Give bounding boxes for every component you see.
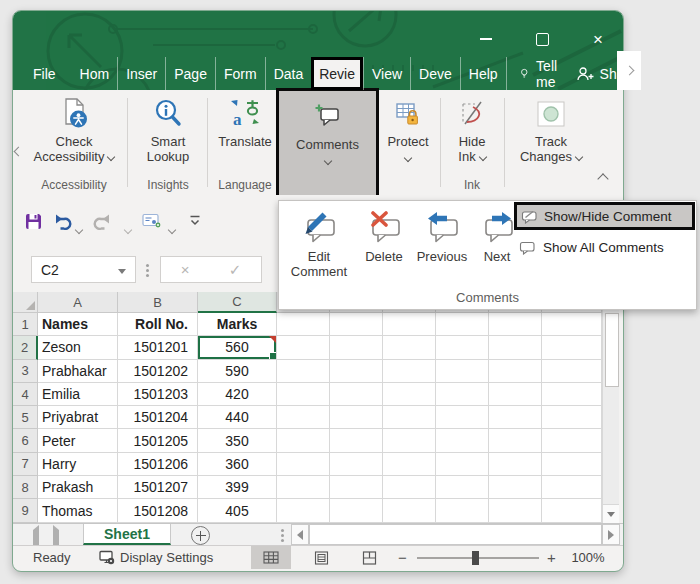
cell-C7[interactable]: 360 bbox=[198, 453, 277, 476]
row-header-7[interactable]: 7 bbox=[13, 453, 38, 476]
row-header-6[interactable]: 6 bbox=[13, 429, 38, 452]
cell-I4[interactable] bbox=[542, 383, 602, 406]
cell-B8[interactable]: 1501207 bbox=[118, 476, 198, 499]
cell-I1[interactable] bbox=[542, 313, 602, 336]
cell-I8[interactable] bbox=[542, 476, 602, 499]
row-header-8[interactable]: 8 bbox=[13, 476, 38, 499]
row-header-2[interactable]: 2 bbox=[13, 336, 38, 359]
row-header-4[interactable]: 4 bbox=[13, 383, 38, 406]
cell-A6[interactable]: Peter bbox=[38, 429, 118, 452]
column-header-C[interactable]: C bbox=[198, 292, 277, 313]
tab-file[interactable]: File bbox=[13, 57, 72, 90]
cell-C2[interactable]: 560 bbox=[198, 336, 277, 359]
cell-B1[interactable]: Roll No. bbox=[118, 313, 198, 336]
zoom-out-button[interactable]: − bbox=[398, 549, 407, 566]
cell-B4[interactable]: 1501203 bbox=[118, 383, 198, 406]
cell-G3[interactable] bbox=[436, 360, 489, 383]
undo-icon[interactable] bbox=[52, 212, 72, 234]
normal-view-button[interactable] bbox=[251, 546, 291, 569]
column-header-B[interactable]: B bbox=[118, 292, 198, 313]
page-break-view-button[interactable] bbox=[349, 546, 389, 569]
drag-handle-dots-icon[interactable] bbox=[146, 269, 149, 272]
zoom-slider[interactable] bbox=[417, 557, 539, 559]
cell-D1[interactable] bbox=[277, 313, 330, 336]
cell-A8[interactable]: Prakash bbox=[38, 476, 118, 499]
cell-F1[interactable] bbox=[383, 313, 436, 336]
select-all-corner[interactable] bbox=[13, 292, 38, 313]
cell-F4[interactable] bbox=[383, 383, 436, 406]
cell-G4[interactable] bbox=[436, 383, 489, 406]
cell-I2[interactable] bbox=[542, 336, 602, 359]
cell-E5[interactable] bbox=[330, 406, 383, 429]
cell-A7[interactable]: Harry bbox=[38, 453, 118, 476]
cell-H1[interactable] bbox=[489, 313, 542, 336]
cell-A3[interactable]: Prabhakar bbox=[38, 360, 118, 383]
cell-E1[interactable] bbox=[330, 313, 383, 336]
cell-C8[interactable]: 399 bbox=[198, 476, 277, 499]
fill-handle[interactable] bbox=[269, 352, 277, 360]
cell-A5[interactable]: Priyabrat bbox=[38, 406, 118, 429]
cell-G6[interactable] bbox=[436, 429, 489, 452]
save-icon[interactable] bbox=[24, 212, 43, 235]
name-box[interactable]: C2 bbox=[31, 256, 136, 283]
zoom-in-button[interactable]: + bbox=[547, 549, 556, 566]
contact-card-dropdown-icon[interactable] bbox=[169, 220, 175, 238]
translate-button[interactable]: a Translate bbox=[211, 93, 279, 149]
cell-E2[interactable] bbox=[330, 336, 383, 359]
zoom-slider-handle[interactable] bbox=[472, 551, 479, 565]
cell-C3[interactable]: 590 bbox=[198, 360, 277, 383]
cell-C4[interactable]: 420 bbox=[198, 383, 277, 406]
cell-C1[interactable]: Marks bbox=[198, 313, 277, 336]
show-hide-comment-item[interactable]: Show/Hide Comment bbox=[514, 202, 695, 230]
vertical-scrollbar-thumb[interactable] bbox=[605, 313, 619, 387]
previous-comment-button[interactable]: Previous bbox=[412, 205, 472, 264]
carousel-next-button[interactable] bbox=[617, 51, 641, 90]
cell-H9[interactable] bbox=[489, 499, 542, 522]
cell-D6[interactable] bbox=[277, 429, 330, 452]
cell-H5[interactable] bbox=[489, 406, 542, 429]
cell-B3[interactable]: 1501202 bbox=[118, 360, 198, 383]
cell-G1[interactable] bbox=[436, 313, 489, 336]
row-header-1[interactable]: 1 bbox=[13, 313, 38, 336]
cell-D9[interactable] bbox=[277, 499, 330, 522]
enter-icon[interactable]: ✓ bbox=[229, 261, 242, 279]
tab-hom[interactable]: Hom bbox=[72, 57, 118, 90]
cell-D3[interactable] bbox=[277, 360, 330, 383]
cell-E6[interactable] bbox=[330, 429, 383, 452]
undo-dropdown-icon[interactable] bbox=[76, 220, 82, 238]
cell-E4[interactable] bbox=[330, 383, 383, 406]
cell-H3[interactable] bbox=[489, 360, 542, 383]
delete-comment-button[interactable]: Delete bbox=[356, 205, 412, 264]
cell-I5[interactable] bbox=[542, 406, 602, 429]
maximize-button[interactable] bbox=[527, 27, 557, 51]
cell-G9[interactable] bbox=[436, 499, 489, 522]
hide-ink-button[interactable]: Hide Ink bbox=[443, 93, 501, 164]
cell-D2[interactable] bbox=[277, 336, 330, 359]
smart-lookup-button[interactable]: Smart Lookup bbox=[131, 93, 205, 164]
cell-F6[interactable] bbox=[383, 429, 436, 452]
cell-F9[interactable] bbox=[383, 499, 436, 522]
name-box-dropdown-icon[interactable] bbox=[118, 269, 126, 274]
zoom-level[interactable]: 100% bbox=[567, 550, 609, 565]
page-layout-view-button[interactable] bbox=[301, 546, 341, 569]
tab-view[interactable]: View bbox=[363, 57, 410, 90]
cell-A2[interactable]: Zeson bbox=[38, 336, 118, 359]
tab-help[interactable]: Help bbox=[460, 57, 506, 90]
cell-G2[interactable] bbox=[436, 336, 489, 359]
show-all-comments-item[interactable]: Show All Comments bbox=[519, 235, 695, 259]
cell-B7[interactable]: 1501206 bbox=[118, 453, 198, 476]
row-header-9[interactable]: 9 bbox=[13, 499, 38, 522]
cell-G5[interactable] bbox=[436, 406, 489, 429]
comments-dropdown-button[interactable]: Comments bbox=[276, 88, 379, 199]
edit-comment-button[interactable]: Edit Comment bbox=[284, 205, 354, 279]
cell-E9[interactable] bbox=[330, 499, 383, 522]
contact-card-icon[interactable] bbox=[142, 212, 162, 234]
customize-qat-icon[interactable] bbox=[188, 214, 202, 232]
cell-B2[interactable]: 1501201 bbox=[118, 336, 198, 359]
cell-A9[interactable]: Thomas bbox=[38, 499, 118, 522]
hscroll-right-button[interactable] bbox=[602, 524, 620, 545]
cell-B5[interactable]: 1501204 bbox=[118, 406, 198, 429]
cell-F3[interactable] bbox=[383, 360, 436, 383]
cell-E7[interactable] bbox=[330, 453, 383, 476]
row-header-5[interactable]: 5 bbox=[13, 406, 38, 429]
